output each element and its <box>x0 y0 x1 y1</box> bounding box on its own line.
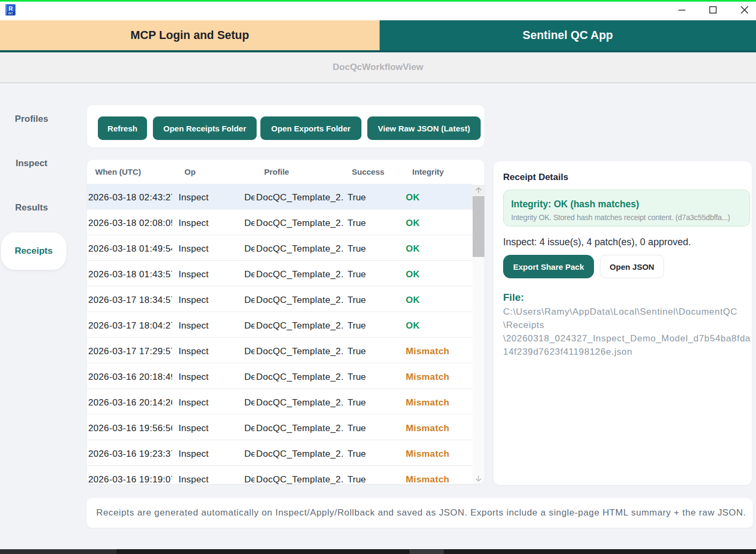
svg-text:RVT: RVT <box>9 12 13 15</box>
svg-text:R: R <box>9 5 13 12</box>
